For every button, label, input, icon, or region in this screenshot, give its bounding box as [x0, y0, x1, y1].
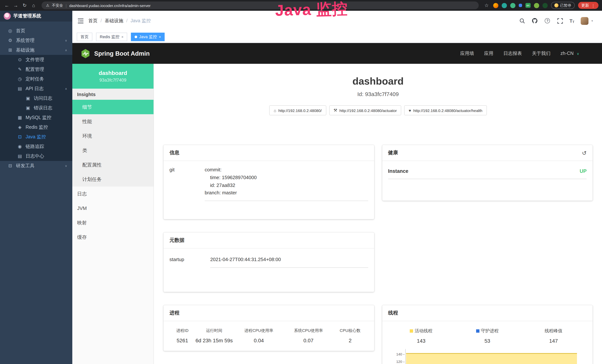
sidebar-collapse-icon[interactable]	[78, 18, 83, 23]
github-icon[interactable]	[532, 18, 538, 24]
sidebar-item-redis-monitor[interactable]: ◈ Redis 监控	[0, 122, 72, 132]
sidebar-item-label: 配置管理	[26, 66, 44, 73]
card-title: 元数据	[170, 237, 184, 244]
sidebar-item-api-logs[interactable]: ▤ API 日志 ∧	[0, 84, 72, 94]
sba-sidebar: dashboard 93a3fc7f7409 Insights 细节 性能 环境…	[72, 64, 154, 364]
sidebar-item-home[interactable]: ◎ 首页	[0, 26, 72, 36]
tags-view: 首页 Redis 监控 × Java 监控 ×	[72, 31, 602, 43]
extension-teal-icon[interactable]	[502, 3, 507, 8]
help-icon[interactable]: ?	[544, 18, 551, 24]
sidebar-item-tracing[interactable]: ◉ 链路追踪	[0, 142, 72, 151]
sidebar-menu: ◎ 首页 ⚙ 系统管理 ∨ ⊞ 基础设施 ∧ ⊙ 文件管理	[0, 21, 72, 171]
address-bar[interactable]: ⚠ 不安全 | dashboard.yudao.iocoder.cn/infra…	[42, 1, 479, 9]
sidebar-item-access-logs[interactable]: ▣ 访问日志	[0, 94, 72, 103]
sba-instance-header[interactable]: dashboard 93a3fc7f7409	[72, 64, 153, 89]
breadcrumb-home[interactable]: 首页	[88, 18, 97, 24]
app-sidebar: 芋道管理系统 ◎ 首页 ⚙ 系统管理 ∨ ⊞ 基础设施 ∧ ⊙	[0, 11, 72, 364]
sba-brand-label: Spring Boot Admin	[94, 50, 150, 57]
bookmark-star-icon[interactable]: ☆	[483, 3, 490, 8]
security-warning-icon[interactable]: ⚠	[46, 3, 49, 7]
tab-java-monitor[interactable]: Java 监控 ×	[131, 32, 165, 41]
sidebar-item-mysql-monitor[interactable]: ▦ MySQL 监控	[0, 113, 72, 122]
sidebar-item-dev-tools[interactable]: ⊟ 研发工具 ∨	[0, 161, 72, 171]
sidebar-item-label: MySQL 监控	[26, 114, 51, 121]
sba-brand[interactable]: Spring Boot Admin	[80, 48, 150, 58]
sba-item-jvm[interactable]: JVM	[72, 201, 153, 215]
locale-label: zh-CN	[560, 51, 574, 56]
sba-nav-about[interactable]: 关于我们	[532, 50, 550, 57]
reload-icon[interactable]: ↻	[22, 3, 28, 8]
sba-logo-icon	[80, 48, 90, 58]
wrench-icon: ⚒	[333, 108, 337, 113]
tab-redis-monitor[interactable]: Redis 监控 ×	[96, 32, 127, 41]
paused-badge[interactable]: 已暂停	[551, 2, 575, 9]
fullscreen-icon[interactable]	[557, 18, 563, 24]
browser-home-icon[interactable]: ⌂	[30, 3, 37, 8]
sba-nav-wallboard[interactable]: 应用墙	[460, 50, 474, 57]
sidebar-item-log-center[interactable]: ▤ 日志中心	[0, 151, 72, 161]
sba-item-logs[interactable]: 日志	[72, 187, 153, 201]
sidebar-item-system-mgmt[interactable]: ⚙ 系统管理 ∨	[0, 36, 72, 45]
health-url-button[interactable]: ♥ http://192.168.0.2:48080/actuator/heal…	[404, 105, 487, 115]
row-key: Instance	[388, 168, 408, 174]
actuator-url-button[interactable]: ⚒ http://192.168.0.2:48080/actuator	[329, 105, 401, 115]
sba-item-classes[interactable]: 类	[72, 143, 153, 158]
row-value: commit: time: 1596289704000 id: 27aa832 …	[205, 166, 368, 201]
sba-item-mappings[interactable]: 映射	[72, 215, 153, 230]
url-text[interactable]: dashboard.yudao.iocoder.cn/infra/admin-s…	[69, 3, 150, 8]
y-axis-tick: 140	[388, 352, 402, 356]
document-icon: ▣	[25, 105, 31, 110]
document-icon: ▣	[25, 96, 31, 101]
instance-url-button[interactable]: ⌂ http://192.168.0.2:48080/	[269, 105, 326, 115]
sidebar-item-scheduled-jobs[interactable]: ◷ 定时任务	[0, 74, 72, 84]
browser-menu-icon[interactable]: ⋮	[591, 3, 595, 8]
home-icon: ◎	[7, 28, 13, 33]
security-label[interactable]: 不安全	[52, 3, 63, 8]
sba-locale-select[interactable]: zh-CN ∨	[560, 51, 579, 56]
user-avatar[interactable]	[581, 17, 589, 25]
sba-nav-applications[interactable]: 应用	[484, 50, 493, 57]
avatar-caret-icon[interactable]: ▾	[591, 19, 593, 22]
extension-pine-icon[interactable]	[542, 3, 548, 8]
app-logo[interactable]: 芋道管理系统	[0, 11, 72, 21]
breadcrumb: 首页 / 基础设施 / Java 监控	[88, 18, 151, 24]
sba-item-scheduled-tasks[interactable]: 计划任务	[72, 172, 153, 187]
extension-on-badge[interactable]: on	[525, 3, 530, 8]
sba-main: dashboard Id: 93a3fc7f7409 ⌂ http://192.…	[154, 64, 602, 364]
extension-vue-icon[interactable]	[510, 3, 515, 8]
extension-grid-icon[interactable]	[519, 4, 522, 7]
sidebar-item-file-mgmt[interactable]: ⊙ 文件管理	[0, 55, 72, 64]
forward-icon[interactable]: →	[13, 3, 19, 8]
update-button[interactable]: 更新 ⋮	[578, 2, 599, 9]
sidebar-item-infrastructure[interactable]: ⊞ 基础设施 ∧	[0, 45, 72, 55]
sba-item-caches[interactable]: 缓存	[72, 230, 153, 244]
browser-window: Java 监控 ← → ↻ ⌂ ⚠ 不安全 | dashboard.yudao.…	[0, 0, 602, 364]
address-separator: |	[66, 3, 66, 8]
font-size-icon[interactable]: TT	[570, 18, 574, 23]
column-header: 运行时间	[195, 328, 233, 333]
extension-leaf-icon[interactable]	[534, 3, 539, 8]
search-icon[interactable]	[519, 18, 526, 24]
topbar-icons: ? TT ▾	[519, 17, 597, 25]
sidebar-item-error-logs[interactable]: ▣ 错误日志	[0, 103, 72, 113]
history-icon[interactable]: ↺	[582, 150, 587, 156]
breadcrumb-separator: /	[100, 18, 102, 23]
sba-item-config-props[interactable]: 配置属性	[72, 158, 153, 172]
page-title: dashboard	[154, 75, 602, 87]
tab-home[interactable]: 首页	[77, 32, 92, 41]
breadcrumb-infrastructure[interactable]: 基础设施	[105, 18, 123, 24]
chart-plot-area	[405, 349, 581, 364]
extension-orange-icon[interactable]	[493, 3, 498, 8]
sidebar-item-config-mgmt[interactable]: ✎ 配置管理	[0, 64, 72, 74]
close-icon[interactable]: ×	[159, 35, 161, 39]
sba-item-details[interactable]: 细节	[72, 100, 153, 114]
sba-item-performance[interactable]: 性能	[72, 114, 153, 129]
legend-item: 线程峰值 147	[520, 328, 587, 344]
close-icon[interactable]: ×	[121, 35, 123, 39]
row-value: 2021-04-27T00:44:31.254+08:00	[210, 256, 368, 268]
sba-nav-journal[interactable]: 日志报表	[503, 50, 522, 57]
sba-item-environment[interactable]: 环境	[72, 129, 153, 143]
back-icon[interactable]: ←	[4, 3, 10, 8]
sidebar-item-java-monitor[interactable]: ⊡ Java 监控	[0, 132, 72, 142]
legend-value: 147	[520, 338, 587, 344]
